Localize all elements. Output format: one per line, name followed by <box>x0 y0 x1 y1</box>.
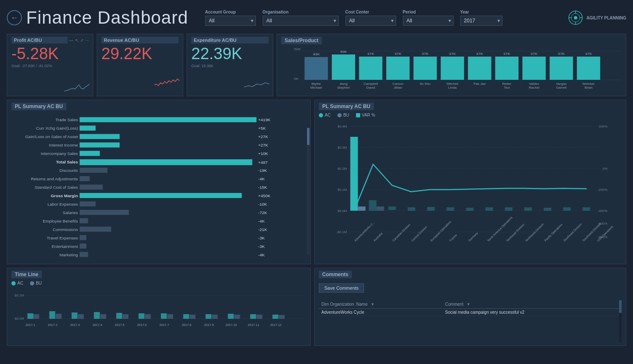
svg-text:Standard Cost of Sales: Standard Cost of Sales <box>35 185 78 190</box>
svg-text:-21K: -21K <box>258 227 267 232</box>
svg-text:Welcker: Welcker <box>582 82 595 86</box>
svg-rect-127 <box>388 206 396 210</box>
svg-rect-66 <box>80 151 100 156</box>
pl-right-legend: AC BU VAR % <box>319 113 622 117</box>
svg-rect-159 <box>94 312 100 319</box>
svg-text:-200%: -200% <box>598 188 607 192</box>
svg-rect-75 <box>80 176 90 181</box>
svg-text:Stephen: Stephen <box>337 86 350 90</box>
minimize-icon[interactable]: — <box>69 38 73 43</box>
save-comments-button[interactable]: Save Comments <box>319 283 364 293</box>
svg-rect-172 <box>122 314 128 319</box>
var-dot <box>356 113 360 117</box>
svg-rect-156 <box>27 313 33 319</box>
svg-text:40K: 40K <box>340 50 347 54</box>
svg-rect-131 <box>466 208 474 211</box>
page-title: Finance Dashboard <box>26 8 188 28</box>
svg-text:Northwest Division: Northwest Division <box>525 223 544 242</box>
organisation-filter: Organisation All <box>263 10 339 26</box>
expenditure-card-header: Expenditure AC/BU <box>191 37 269 43</box>
svg-text:2017.1: 2017.1 <box>25 323 35 327</box>
svg-rect-135 <box>544 208 551 211</box>
timeline-legend: AC BU <box>11 281 306 285</box>
cost-center-select[interactable]: All <box>345 16 396 26</box>
svg-rect-96 <box>80 235 87 240</box>
period-label: Period <box>403 10 454 14</box>
svg-rect-130 <box>447 207 454 211</box>
more-icon[interactable]: ··· <box>85 38 89 43</box>
svg-text:Valdez: Valdez <box>529 82 539 86</box>
comments-scroll-thumb <box>619 300 622 313</box>
svg-rect-137 <box>583 207 590 211</box>
cost-center-select-wrap: All <box>345 16 396 26</box>
svg-text:Jillian: Jillian <box>394 86 402 90</box>
pl-summary-right-panel: PL Summary AC BU AC BU VAR % <box>314 100 626 264</box>
svg-text:2017.7: 2017.7 <box>160 323 169 327</box>
svg-rect-125 <box>369 200 377 211</box>
svg-text:Curr Xchg Gain/(Loss): Curr Xchg Gain/(Loss) <box>36 126 78 130</box>
comments-scrollbar[interactable] <box>619 300 622 342</box>
svg-text:Garrett: Garrett <box>556 86 567 90</box>
organisation-select[interactable]: All <box>263 16 339 26</box>
svg-rect-30 <box>441 57 464 80</box>
timeline-legend-bu: BU <box>30 281 42 285</box>
svg-rect-15 <box>332 54 355 80</box>
legend-var: VAR % <box>356 113 375 117</box>
svg-text:European Operations: European Operations <box>430 220 452 242</box>
svg-text:Tsvi: Tsvi <box>504 86 510 90</box>
timeline-title: Time Line <box>11 271 42 278</box>
svg-text:Trade Sales: Trade Sales <box>55 117 78 122</box>
svg-rect-171 <box>100 314 106 319</box>
expand-icon[interactable]: ⤢ <box>80 38 84 43</box>
comments-table: Dim Organization :Name ▼ Comment ▼ Adven… <box>319 300 622 316</box>
comments-table-body: AdventureWorks Cycle Social media campai… <box>319 309 622 316</box>
svg-text:+450K: +450K <box>258 193 270 198</box>
back-button[interactable]: ← <box>7 10 22 25</box>
svg-text:37K: 37K <box>476 52 484 56</box>
svg-rect-178 <box>256 315 262 319</box>
svg-text:Campbell: Campbell <box>364 82 378 86</box>
svg-text:Rachel: Rachel <box>529 86 539 90</box>
comments-panel: Comments Save Comments Dim Organization … <box>314 268 626 346</box>
svg-rect-81 <box>80 193 242 198</box>
svg-text:2017.5: 2017.5 <box>115 323 125 327</box>
svg-text:Salaries: Salaries <box>63 210 78 215</box>
svg-text:Northeast Division: Northeast Division <box>506 223 525 242</box>
svg-text:37K: 37K <box>585 52 592 56</box>
svg-text:$0.1M: $0.1M <box>15 293 24 297</box>
svg-text:-4K: -4K <box>258 253 265 257</box>
timeline-panel: Time Line AC BU $0.1M $0.0M <box>7 268 311 346</box>
col-comment-filter-icon[interactable]: ▼ <box>466 302 470 307</box>
account-group-select[interactable]: All <box>205 16 256 26</box>
svg-text:-4K: -4K <box>258 219 265 223</box>
svg-text:Reiter: Reiter <box>503 82 512 86</box>
svg-rect-49 <box>577 57 600 80</box>
svg-text:2017.3: 2017.3 <box>70 323 80 327</box>
pl-left-svg: Trade Sales +419K Curr Xchg Gain/(Loss) … <box>7 113 310 263</box>
svg-rect-158 <box>72 312 78 319</box>
svg-text:37K: 37K <box>531 52 538 56</box>
svg-text:37K: 37K <box>394 52 402 56</box>
pl-left-title: PL Summary AC BU <box>11 103 66 110</box>
filters-bar: Account Group All Organisation All Cost … <box>205 10 568 26</box>
timeline-bu-dot <box>30 281 34 285</box>
svg-text:Ito Shu: Ito Shu <box>420 82 430 86</box>
svg-text:AdventureWorks C...: AdventureWorks C... <box>354 221 375 242</box>
table-row: AdventureWorks Cycle Social media campai… <box>319 309 622 316</box>
sales-product-chart: 50K 0K 43K Blythe Michael 40K Jiang Step… <box>281 47 622 96</box>
col-org-filter-icon[interactable]: ▼ <box>370 302 375 307</box>
svg-text:Central Division: Central Division <box>411 225 428 242</box>
svg-rect-162 <box>161 313 167 319</box>
comments-btn-area: Save Comments <box>319 283 622 296</box>
svg-text:Total Sales: Total Sales <box>56 160 78 164</box>
svg-rect-78 <box>80 185 103 190</box>
year-filter: Year 2017 <box>460 10 503 26</box>
revenue-value: 29.22K <box>101 45 179 63</box>
svg-rect-37 <box>495 57 519 80</box>
logo-text: AGILITY PLANNING <box>587 15 626 21</box>
svg-rect-19 <box>359 57 382 80</box>
pl-left-scrollbar[interactable] <box>307 128 310 255</box>
period-select[interactable]: All <box>403 16 454 26</box>
back-icon: ← <box>11 14 18 22</box>
year-select[interactable]: 2017 <box>460 16 503 26</box>
